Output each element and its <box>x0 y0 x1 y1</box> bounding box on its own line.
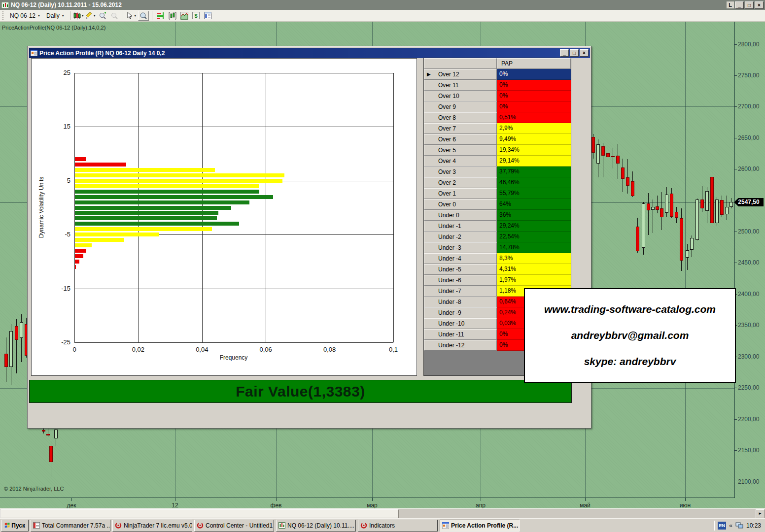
price-axis-line <box>734 22 735 498</box>
dialog-close-button[interactable]: × <box>580 49 589 57</box>
row-value: 37,79% <box>497 166 571 177</box>
row-label: Over 8 <box>424 112 497 123</box>
date-axis-label: апр <box>476 502 486 509</box>
dialog-title: Price Action Profile (R) NQ 06-12 Daily … <box>39 50 165 57</box>
table-row[interactable]: Over 064% <box>424 199 571 210</box>
table-row[interactable]: Over 100% <box>424 91 571 101</box>
candle-body <box>15 326 18 340</box>
data-grid-icon[interactable] <box>203 11 213 21</box>
indicator-panel-icon[interactable] <box>155 11 166 21</box>
table-row[interactable]: Under -54,31% <box>424 264 571 275</box>
candle-body <box>656 206 659 210</box>
table-row[interactable]: Under -48,3% <box>424 253 571 264</box>
tray-chevron-icon[interactable]: « <box>729 522 732 529</box>
watermark-contact-box: www.trading-software-catalog.com andreyb… <box>524 288 736 383</box>
table-row[interactable]: Over 110% <box>424 80 571 91</box>
dollar-icon[interactable]: $ <box>191 11 202 21</box>
clock[interactable]: 10:23 <box>746 522 761 529</box>
candle-body <box>596 144 600 164</box>
data-box-icon[interactable] <box>138 11 149 21</box>
current-price-marker: 2547,50 <box>734 198 764 206</box>
profile-bar <box>75 216 217 220</box>
price-action-profile-dialog[interactable]: Price Action Profile (R) NQ 06-12 Daily … <box>27 46 591 429</box>
date-tick <box>276 498 277 501</box>
taskbar-button[interactable]: Control Center - Untitled1 <box>194 520 274 532</box>
profile-chart-panel: Dynamic Volatility Units Frequency 00,02… <box>31 58 417 376</box>
table-row[interactable]: Over 80,51% <box>424 112 571 123</box>
row-label: Over 4 <box>424 156 497 166</box>
table-row[interactable]: Under -222,54% <box>424 232 571 242</box>
price-tick <box>734 263 737 263</box>
profile-x-tick-label: 0,08 <box>323 346 336 353</box>
candle-body <box>54 430 58 438</box>
candle-body <box>680 218 683 261</box>
profile-bar <box>75 163 126 166</box>
dialog-maximize-button[interactable]: □ <box>570 49 579 57</box>
taskbar-button[interactable]: NQ 06-12 (Daily) 10.11.... <box>276 520 356 532</box>
network-icon[interactable] <box>735 522 743 529</box>
taskbar-button[interactable]: NinjaTrader 7 lic.emu v5.06 <box>112 520 192 532</box>
zoom-in-icon[interactable] <box>97 11 108 21</box>
period-dropdown[interactable]: Daily ▼ <box>43 11 68 20</box>
chart-style-icon[interactable]: ▼ <box>73 11 84 21</box>
profile-gridline-v <box>330 73 330 342</box>
profile-x-tick-label: 0,04 <box>196 346 208 353</box>
window-l-indicator[interactable]: L <box>727 1 734 8</box>
dialog-minimize-button[interactable]: _ <box>560 49 569 57</box>
table-row[interactable]: Over 519,34% <box>424 145 571 156</box>
watermark-website: www.trading-software-catalog.com <box>544 303 716 315</box>
table-row[interactable]: Under -314,78% <box>424 242 571 253</box>
scrollbar-thumb[interactable] <box>0 509 399 518</box>
row-label: Under 0 <box>424 210 497 221</box>
row-value: 0,51% <box>497 112 571 123</box>
instrument-dropdown[interactable]: NQ 06-12 ▼ <box>7 11 43 20</box>
horizontal-scrollbar[interactable]: ► <box>0 508 765 518</box>
period-label: Daily <box>46 12 60 19</box>
row-label: Over 11 <box>424 80 497 91</box>
price-tick <box>734 44 737 45</box>
row-label: Under -3 <box>424 242 497 253</box>
table-row[interactable]: Over 155,79% <box>424 188 571 199</box>
app-chart-icon <box>1 2 9 8</box>
dialog-titlebar[interactable]: Price Action Profile (R) NQ 06-12 Daily … <box>29 48 590 58</box>
scroll-right-button[interactable]: ► <box>756 509 765 518</box>
restore-button[interactable]: □ <box>745 1 754 9</box>
table-row[interactable]: Under 036% <box>424 210 571 221</box>
table-row[interactable]: Under -129,24% <box>424 221 571 232</box>
minimize-button[interactable]: _ <box>735 1 744 9</box>
table-header-blank <box>424 58 497 69</box>
price-axis-label: 2600,00 <box>738 166 759 172</box>
candle-body <box>42 430 45 432</box>
table-row[interactable]: Over 429,14% <box>424 156 571 166</box>
start-button[interactable]: Пуск <box>1 520 29 532</box>
taskbar-button[interactable]: Total Commander 7.57a ... <box>31 520 110 532</box>
table-row[interactable]: Over 12▶0% <box>424 69 571 80</box>
candle-wick <box>627 159 628 194</box>
price-tick <box>734 419 737 420</box>
candle-body <box>49 446 53 462</box>
pointer-icon[interactable]: ▼ <box>126 11 137 21</box>
chart-candles-icon[interactable] <box>167 11 178 21</box>
table-header-pap: PAP <box>497 58 571 69</box>
zoom-out-icon[interactable] <box>109 11 120 21</box>
table-row[interactable]: Under -61,97% <box>424 275 571 286</box>
table-row[interactable]: Over 246,46% <box>424 177 571 188</box>
table-row[interactable]: Over 337,79% <box>424 166 571 177</box>
profile-bar <box>75 249 86 253</box>
table-row[interactable]: Over 69,49% <box>424 134 571 145</box>
price-tick <box>734 482 737 482</box>
taskbar-button[interactable]: Price Action Profile (R... <box>440 520 520 532</box>
row-value: 29,14% <box>497 156 571 166</box>
candle-wick <box>21 314 22 362</box>
chart-region-icon[interactable] <box>179 11 190 21</box>
taskbar-button[interactable]: Indicators <box>358 520 438 532</box>
pencil-icon[interactable]: ▼ <box>85 11 96 21</box>
table-row[interactable]: Over 90% <box>424 101 571 112</box>
table-row[interactable]: Over 72,9% <box>424 123 571 134</box>
language-indicator[interactable]: EN <box>718 522 726 530</box>
row-label: Over 6 <box>424 134 497 145</box>
chevron-down-icon: ▼ <box>134 14 137 17</box>
close-button[interactable]: × <box>755 1 764 9</box>
row-value: 36% <box>497 210 571 221</box>
toolbar-grip[interactable] <box>2 11 4 20</box>
